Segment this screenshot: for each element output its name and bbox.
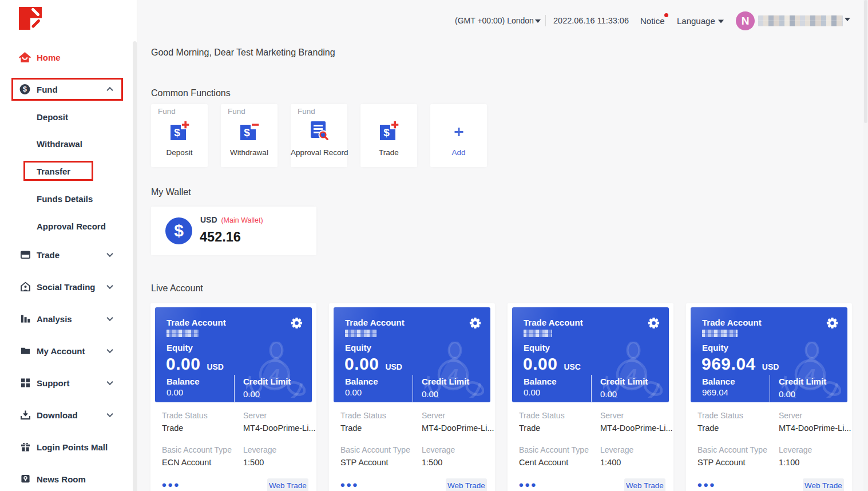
svg-text:$: $ — [244, 126, 250, 138]
svg-text:$: $ — [174, 126, 180, 138]
svg-text:$: $ — [23, 85, 27, 93]
svg-text:$: $ — [383, 126, 390, 138]
